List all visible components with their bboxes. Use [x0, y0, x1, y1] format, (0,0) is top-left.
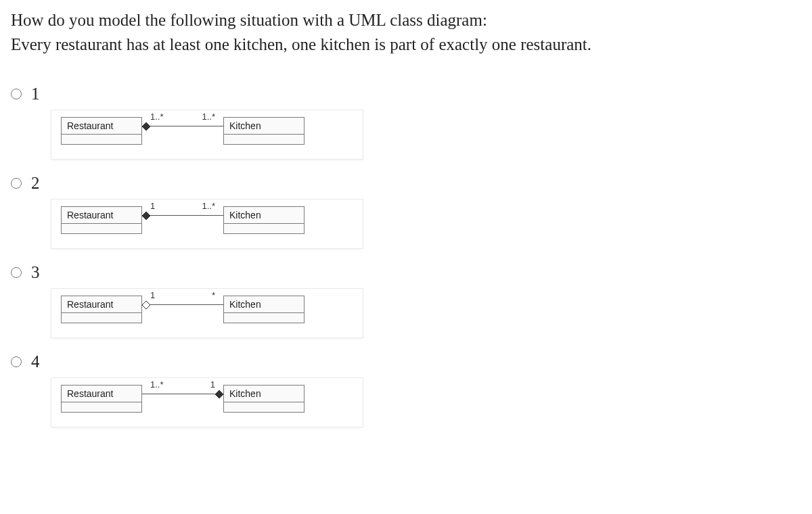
- svg-marker-1: [142, 212, 150, 220]
- uml-class-name: Kitchen: [224, 296, 304, 313]
- option-header: 2: [11, 174, 801, 193]
- uml-diagram: Restaurant1..*1Kitchen: [51, 378, 363, 427]
- option-number: 2: [31, 174, 40, 193]
- uml-association: 11..*: [142, 206, 223, 232]
- association-line: [142, 394, 223, 394]
- question-line2: Every restaurant has at least one kitche…: [11, 35, 591, 53]
- composition-diamond-icon: [141, 122, 151, 131]
- option-block: 1Restaurant1..*1..*Kitchen: [11, 85, 801, 159]
- svg-marker-3: [215, 390, 223, 398]
- uml-association: 1..*1: [142, 385, 223, 411]
- composition-diamond-icon: [141, 211, 151, 220]
- svg-marker-2: [142, 301, 150, 309]
- question-text: How do you model the following situation…: [11, 8, 801, 57]
- uml-diagram: Restaurant1*Kitchen: [51, 289, 363, 337]
- uml-class-right: Kitchen: [223, 117, 304, 145]
- option-header: 4: [11, 352, 801, 371]
- uml-class-name: Restaurant: [62, 118, 141, 135]
- uml-class-right: Kitchen: [223, 296, 304, 323]
- multiplicity-left: 1..*: [150, 112, 164, 122]
- uml-diagram: Restaurant1..*1..*Kitchen: [51, 110, 363, 159]
- option-block: 4Restaurant1..*1Kitchen: [11, 352, 801, 427]
- option-number: 1: [31, 85, 40, 103]
- multiplicity-left: 1: [150, 290, 155, 300]
- option-radio[interactable]: [11, 267, 22, 278]
- uml-class-right: Kitchen: [223, 206, 304, 234]
- uml-association: 1*: [142, 296, 223, 321]
- option-block: 2Restaurant11..*Kitchen: [11, 174, 801, 248]
- association-line: [142, 126, 223, 126]
- option-block: 3Restaurant1*Kitchen: [11, 263, 801, 337]
- uml-diagram: Restaurant11..*Kitchen: [51, 200, 363, 248]
- uml-class-name: Restaurant: [62, 207, 141, 224]
- option-radio[interactable]: [11, 89, 22, 99]
- multiplicity-right: 1..*: [202, 201, 215, 211]
- options-container: 1Restaurant1..*1..*Kitchen2Restaurant11.…: [11, 85, 801, 427]
- uml-class-name: Restaurant: [62, 296, 141, 313]
- uml-class-name: Kitchen: [224, 386, 304, 402]
- multiplicity-right: *: [212, 290, 215, 300]
- option-header: 1: [11, 85, 801, 103]
- composition-diamond-icon: [215, 390, 224, 399]
- uml-class-left: Restaurant: [61, 296, 142, 323]
- association-line: [142, 215, 223, 216]
- option-header: 3: [11, 263, 801, 282]
- association-line: [142, 304, 223, 305]
- option-number: 4: [31, 352, 40, 371]
- uml-class-left: Restaurant: [61, 385, 142, 413]
- uml-association: 1..*1..*: [142, 117, 223, 143]
- multiplicity-left: 1: [150, 201, 155, 211]
- uml-class-left: Restaurant: [61, 117, 142, 145]
- option-radio[interactable]: [11, 356, 22, 367]
- multiplicity-right: 1: [210, 379, 215, 390]
- aggregation-diamond-icon: [141, 300, 151, 310]
- option-radio[interactable]: [11, 178, 22, 189]
- svg-marker-0: [142, 122, 150, 131]
- uml-class-name: Kitchen: [224, 118, 304, 135]
- uml-class-name: Kitchen: [224, 207, 304, 224]
- question-line1: How do you model the following situation…: [11, 11, 487, 29]
- uml-class-left: Restaurant: [61, 206, 142, 234]
- option-number: 3: [31, 263, 40, 282]
- multiplicity-left: 1..*: [150, 379, 164, 390]
- multiplicity-right: 1..*: [202, 112, 215, 122]
- uml-class-name: Restaurant: [62, 386, 141, 402]
- uml-class-right: Kitchen: [223, 385, 304, 413]
